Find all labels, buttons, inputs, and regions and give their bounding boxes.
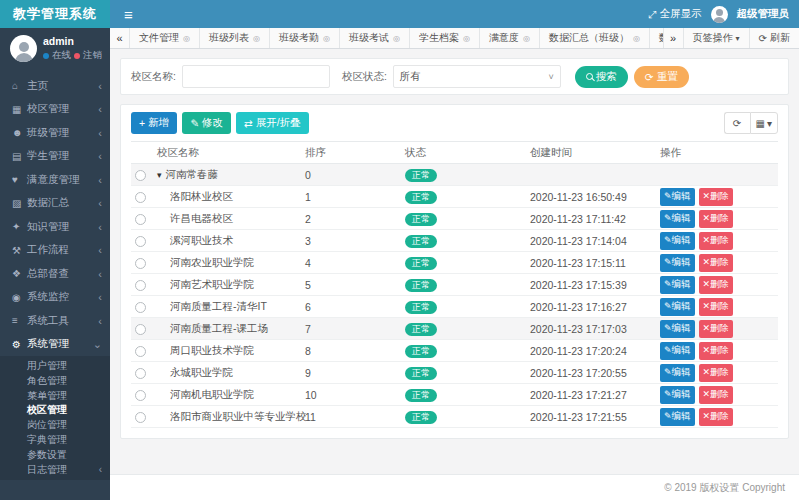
row-edit-button[interactable]: ✎编辑: [660, 364, 695, 382]
tab-close-icon[interactable]: ◎: [463, 34, 470, 43]
reset-button[interactable]: ⟳ 重置: [634, 66, 689, 88]
campus-status-select[interactable]: 所有 ˅: [393, 65, 561, 88]
sidebar-item-workflow[interactable]: ⚒工作流程‹: [0, 239, 110, 263]
sidebar-subitem-log-mgmt[interactable]: 日志管理‹: [0, 463, 110, 478]
row-edit-button[interactable]: ✎编辑: [660, 320, 695, 338]
row-edit-button[interactable]: ✎编辑: [660, 298, 695, 316]
tab-item[interactable]: 数据汇总（专业）◎: [650, 28, 663, 48]
tabs-scroll-left-icon[interactable]: «: [110, 28, 130, 48]
sidebar-item-hq-inspection[interactable]: ❖总部督查‹: [0, 262, 110, 286]
row-radio[interactable]: [135, 346, 146, 357]
online-link[interactable]: 在线: [52, 49, 71, 62]
row-radio[interactable]: [135, 280, 146, 291]
sidebar-subitem-role-mgmt[interactable]: 角色管理: [0, 374, 110, 389]
row-radio[interactable]: [135, 236, 146, 247]
row-delete-button[interactable]: ✕删除: [699, 298, 734, 316]
tab-close-icon[interactable]: ◎: [323, 34, 330, 43]
search-button[interactable]: 搜索: [575, 66, 628, 88]
sidebar-item-system-mgmt[interactable]: ⚙系统管理⌄: [0, 333, 110, 357]
row-edit-button[interactable]: ✎编辑: [660, 386, 695, 404]
tab-item[interactable]: 文件管理◎: [130, 28, 200, 48]
row-radio[interactable]: [135, 192, 146, 203]
row-edit-button[interactable]: ✎编辑: [660, 232, 695, 250]
sidebar-item-data-summary[interactable]: ▨数据汇总‹: [0, 192, 110, 216]
expand-collapse-button[interactable]: ⇄ 展开/折叠: [236, 112, 309, 134]
tabs-scroll-right-icon[interactable]: »: [663, 28, 683, 48]
tab-refresh-button[interactable]: ⟳ 刷新: [749, 28, 799, 48]
row-delete-button[interactable]: ✕删除: [699, 364, 734, 382]
table-refresh-button[interactable]: ⟳: [724, 112, 750, 134]
sidebar-item-satisfaction-mgmt[interactable]: ♥满意度管理‹: [0, 168, 110, 192]
bank-icon: ▦: [12, 104, 27, 115]
row-edit-button[interactable]: ✎编辑: [660, 210, 695, 228]
table-row: 洛阳市商业职业中等专业学校11正常2020-11-23 17:21:55✎编辑✕…: [131, 406, 778, 428]
sidebar-subitem-menu-mgmt[interactable]: 菜单管理: [0, 389, 110, 404]
row-edit-button[interactable]: ✎编辑: [660, 254, 695, 272]
sidebar-item-system-monitor[interactable]: ◉系统监控‹: [0, 286, 110, 310]
sidebar-subitem-user-mgmt[interactable]: 用户管理: [0, 359, 110, 374]
sidebar-item-system-tools[interactable]: ≡系统工具‹: [0, 309, 110, 333]
row-delete-button[interactable]: ✕删除: [699, 232, 734, 250]
search-form: 校区名称: 校区状态: 所有 ˅ 搜索 ⟳ 重置: [120, 58, 789, 95]
th-list-icon: ≡: [12, 315, 27, 326]
edit-icon: ✎: [664, 213, 672, 223]
row-radio[interactable]: [135, 368, 146, 379]
sidebar-user-panel: admin 在线 注销: [0, 28, 110, 68]
row-delete-button[interactable]: ✕删除: [699, 210, 734, 228]
row-edit-button[interactable]: ✎编辑: [660, 408, 695, 426]
row-radio[interactable]: [135, 302, 146, 313]
tree-expand-icon[interactable]: ▾: [157, 170, 162, 180]
logout-link[interactable]: 注销: [83, 49, 102, 62]
fullscreen-button[interactable]: ⤢ 全屏显示: [648, 7, 701, 21]
table-columns-button[interactable]: ▦▾: [750, 112, 778, 134]
row-delete-button[interactable]: ✕删除: [699, 386, 734, 404]
row-edit-button[interactable]: ✎编辑: [660, 188, 695, 206]
avatar[interactable]: [10, 35, 37, 62]
sidebar-item-campus-mgmt[interactable]: ▦校区管理‹: [0, 98, 110, 122]
row-delete-button[interactable]: ✕删除: [699, 408, 734, 426]
row-radio[interactable]: [135, 258, 146, 269]
row-radio[interactable]: [135, 390, 146, 401]
tab-close-icon[interactable]: ◎: [523, 34, 530, 43]
tab-close-icon[interactable]: ◎: [253, 34, 260, 43]
sidebar-item-home[interactable]: ⌂主页‹: [0, 74, 110, 98]
sidebar-subitem-param-settings[interactable]: 参数设置: [0, 448, 110, 463]
row-radio[interactable]: [135, 412, 146, 423]
sidebar-toggle-icon[interactable]: ≡: [124, 7, 133, 22]
modify-button[interactable]: ✎ 修改: [182, 112, 231, 134]
tab-close-icon[interactable]: ◎: [393, 34, 400, 43]
app-title: 教学管理系统: [0, 0, 110, 28]
row-radio[interactable]: [135, 214, 146, 225]
tab-item[interactable]: 学生档案◎: [410, 28, 480, 48]
sidebar-subitem-post-mgmt[interactable]: 岗位管理: [0, 418, 110, 433]
sidebar-item-student-mgmt[interactable]: ▤学生管理‹: [0, 145, 110, 169]
campus-name-input[interactable]: [182, 65, 330, 88]
navbar-user-name[interactable]: 超级管理员: [737, 7, 790, 21]
sidebar-item-knowledge-mgmt[interactable]: ✦知识管理‹: [0, 215, 110, 239]
row-edit-button[interactable]: ✎编辑: [660, 342, 695, 360]
sidebar-subitem-campus-mgmt[interactable]: 校区管理: [0, 403, 110, 418]
row-delete-button[interactable]: ✕删除: [699, 254, 734, 272]
row-delete-button[interactable]: ✕删除: [699, 276, 734, 294]
chevron-down-icon: ▾: [767, 118, 772, 129]
add-button[interactable]: + 新增: [131, 112, 177, 134]
sidebar-subitem-dict-mgmt[interactable]: 字典管理: [0, 433, 110, 448]
tab-item[interactable]: 满意度◎: [480, 28, 540, 48]
tab-item[interactable]: 数据汇总（班级）◎: [540, 28, 650, 48]
row-edit-button[interactable]: ✎编辑: [660, 276, 695, 294]
row-radio[interactable]: [135, 324, 146, 335]
campus-sort: 11: [301, 406, 401, 428]
row-delete-button[interactable]: ✕删除: [699, 320, 734, 338]
tab-close-icon[interactable]: ◎: [183, 34, 190, 43]
tab-item[interactable]: 班级考勤◎: [270, 28, 340, 48]
row-radio[interactable]: [135, 170, 146, 181]
tab-item[interactable]: 班级考试◎: [340, 28, 410, 48]
row-delete-button[interactable]: ✕删除: [699, 188, 734, 206]
table-body: ▾河南常春藤0正常洛阳林业校区1正常2020-11-23 16:50:49✎编辑…: [131, 164, 778, 428]
tab-operations-dropdown[interactable]: 页签操作 ▾: [683, 28, 749, 48]
sidebar-item-class-mgmt[interactable]: ☻班级管理‹: [0, 121, 110, 145]
tab-item[interactable]: 班级列表◎: [200, 28, 270, 48]
navbar-avatar[interactable]: [711, 6, 728, 23]
tab-close-icon[interactable]: ◎: [633, 34, 640, 43]
row-delete-button[interactable]: ✕删除: [699, 342, 734, 360]
